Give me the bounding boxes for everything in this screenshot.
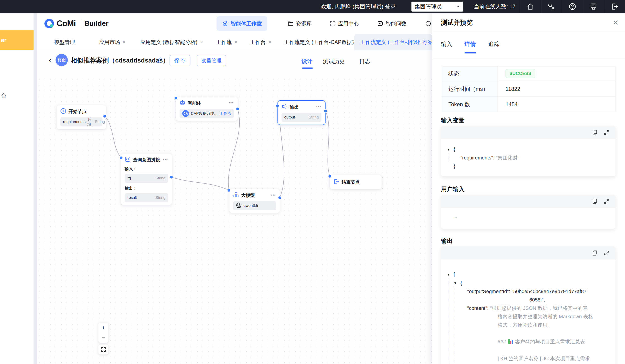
indent-guide xyxy=(455,287,455,364)
tab-trace[interactable]: 追踪 xyxy=(488,40,500,54)
nav-app-center[interactable]: 应用中心 xyxy=(329,13,359,34)
doc-tab-app-definition[interactable]: 应用定义 (数据智能分析) × xyxy=(140,34,203,50)
json-text: ### xyxy=(498,339,507,344)
doc-tab-workflow[interactable]: 工作流 × xyxy=(216,34,237,50)
doc-tab-app-market[interactable]: 应用市场 × xyxy=(99,34,125,50)
nav-label: 应用中心 xyxy=(338,20,359,27)
run-meta-table: 状态 SUCCESS 运行时间（ms） 11822 Token 数 1454 xyxy=(441,66,616,112)
doc-tab-workflow-similar[interactable]: 工作流定义 (工作台-相似推荐案 xyxy=(354,34,432,50)
tab-input[interactable]: 输入 xyxy=(441,40,452,54)
json-text: "50b0e540bc9e47e9b791d77af87 xyxy=(511,289,587,294)
param-row[interactable]: output String xyxy=(281,113,321,122)
panel-title: 测试并预览 xyxy=(441,18,473,27)
more-menu-icon[interactable]: ⋯ xyxy=(271,194,276,196)
model-row[interactable]: qwen3.5 xyxy=(233,201,276,210)
param-name: rq xyxy=(127,176,131,181)
collapse-triangle-icon[interactable]: ▼ xyxy=(447,270,454,279)
param-type: String xyxy=(95,120,105,124)
variable-management-button[interactable]: 变量管理 xyxy=(197,55,226,66)
agent-type-tag: 工作流 xyxy=(220,111,231,116)
node-query-intent[interactable]: 查询意图拼接 ⋯ 输入： rq String 输出： result String xyxy=(121,154,172,205)
close-icon[interactable]: × xyxy=(123,39,125,45)
param-row[interactable]: requirements 必填 String xyxy=(60,117,102,126)
expand-icon[interactable] xyxy=(604,250,610,256)
connector-agent-out[interactable] xyxy=(236,107,239,111)
node-output[interactable]: 输出 ⋯ output String xyxy=(278,100,326,125)
connector-end-in[interactable] xyxy=(328,175,331,178)
tab-design[interactable]: 设计 xyxy=(302,55,312,68)
back-chevron-icon[interactable]: ‹ xyxy=(49,56,51,64)
role-dropdown[interactable]: 集团管理员 xyxy=(411,1,463,12)
node-agent[interactable]: 智能体 ⋯ CA CAP数据万能... 工作流 xyxy=(176,97,238,121)
more-menu-icon[interactable]: ⋯ xyxy=(316,106,321,108)
param-row[interactable]: rq String xyxy=(125,174,168,183)
node-llm[interactable]: 大模型 ⋯ qwen3.5 xyxy=(229,189,280,213)
close-icon[interactable]: × xyxy=(268,39,271,45)
close-icon[interactable]: ✕ xyxy=(613,18,619,27)
logout-icon[interactable] xyxy=(604,0,625,13)
connector-llm-out[interactable] xyxy=(278,196,281,199)
collapse-triangle-icon[interactable]: ▼ xyxy=(447,145,454,154)
node-title: 结束节点 xyxy=(342,179,360,185)
json-text: | KH 签约客户名称 | JC 本次项目重点需求 xyxy=(498,356,590,361)
terminal-icon[interactable] xyxy=(583,0,604,13)
tab-logs[interactable]: 日志 xyxy=(359,55,370,68)
connector-output-in[interactable] xyxy=(276,104,279,107)
connector-llm-in[interactable] xyxy=(227,189,231,192)
connector-agent-in[interactable] xyxy=(174,96,178,100)
fit-view-button[interactable] xyxy=(98,344,108,355)
connector-start-out[interactable] xyxy=(103,115,106,118)
copy-icon[interactable] xyxy=(592,130,598,136)
section-input-vars-label: 输入变量 xyxy=(441,116,616,124)
model-name: qwen3.5 xyxy=(244,203,258,208)
table-row: Token 数 1454 xyxy=(441,97,615,112)
node-end[interactable]: 结束节点 xyxy=(330,175,381,189)
param-row[interactable]: result String xyxy=(125,193,168,202)
copy-icon[interactable] xyxy=(592,250,598,256)
more-menu-icon[interactable]: ⋯ xyxy=(163,159,168,161)
doc-tab-workbench[interactable]: 工作台 × xyxy=(250,34,271,50)
input-vars-json[interactable]: ▼{"requirements": "集团化财"} xyxy=(441,139,616,176)
node-title: 查询意图拼接 xyxy=(133,157,160,163)
close-icon[interactable]: × xyxy=(200,39,203,45)
tab-label: 工作流定义 (工作台-相似推荐案 xyxy=(360,39,432,46)
connector-intent-in[interactable] xyxy=(120,156,123,160)
collapse-triangle-icon[interactable]: ▼ xyxy=(454,279,460,287)
doc-tab-model-mgmt[interactable]: 模型管理 xyxy=(54,34,75,50)
save-button[interactable]: 保 存 xyxy=(170,55,190,66)
node-title: 大模型 xyxy=(241,192,255,198)
copy-icon[interactable] xyxy=(592,198,598,204)
json-text: "" xyxy=(454,216,457,222)
agent-row[interactable]: CA CAP数据万能... 工作流 xyxy=(180,109,234,118)
param-name: output xyxy=(284,115,295,120)
more-menu-icon[interactable]: ⋯ xyxy=(228,102,234,104)
expand-icon[interactable] xyxy=(604,198,610,204)
json-text: "集团化财" xyxy=(496,155,519,161)
connector-intent-out[interactable] xyxy=(170,175,173,179)
nav-partial-item[interactable] xyxy=(425,13,431,34)
zoom-in-button[interactable]: + xyxy=(98,323,108,333)
nav-agent-studio[interactable]: 智能体工作室 xyxy=(217,16,267,31)
nav-resource-library[interactable]: 资源库 xyxy=(287,13,312,34)
connector-output-out[interactable] xyxy=(324,110,327,112)
home-icon[interactable] xyxy=(520,0,541,13)
key-icon[interactable] xyxy=(541,0,562,13)
edit-pencil-icon[interactable] xyxy=(156,57,163,64)
tab-details[interactable]: 详情 xyxy=(465,40,476,54)
json-text: [ xyxy=(454,271,455,277)
table-row: 状态 SUCCESS xyxy=(441,66,615,81)
node-start[interactable]: 开始节点 requirements 必填 String xyxy=(57,105,106,129)
zoom-out-button[interactable]: − xyxy=(98,333,108,343)
close-icon[interactable]: × xyxy=(234,39,237,45)
user-input-json[interactable]: "" xyxy=(441,208,616,229)
sidebar-highlight-item[interactable]: er xyxy=(0,30,33,50)
cubes-icon xyxy=(233,192,239,199)
expand-icon[interactable] xyxy=(604,130,610,136)
help-icon[interactable] xyxy=(562,0,583,13)
tab-test-history[interactable]: 测试历史 xyxy=(323,55,345,68)
nav-smart-query[interactable]: 智能问数 xyxy=(377,13,406,34)
output-json[interactable]: ▼[▼{"outputSegmentId": "50b0e540bc9e47e9… xyxy=(441,260,616,364)
exit-icon xyxy=(334,179,339,186)
robot-icon xyxy=(180,100,186,107)
sidebar-item-fragment[interactable]: 台 xyxy=(1,92,7,99)
